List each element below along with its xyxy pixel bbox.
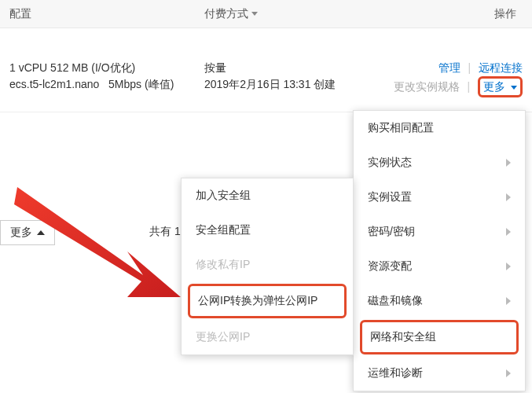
header-payment-label: 付费方式	[204, 7, 248, 21]
network-security-submenu: 加入安全组 安全组配置 修改私有IP 公网IP转换为弹性公网IP 更换公网IP	[181, 178, 354, 355]
menu-disk-image[interactable]: 磁盘和镜像	[354, 284, 525, 318]
menu-item-label: 资源变配	[368, 259, 412, 274]
chevron-right-icon	[506, 369, 511, 377]
menu-buy-same-config[interactable]: 购买相同配置	[354, 111, 525, 145]
instance-type: ecs.t5-lc2m1.nano	[9, 78, 99, 90]
more-label: 更多	[483, 80, 505, 93]
menu-item-label: 运维和诊断	[368, 366, 423, 380]
chevron-right-icon	[506, 228, 511, 236]
menu-item-label: 修改私有IP	[196, 258, 250, 272]
instance-type-line: ecs.t5-lc2m1.nano 5Mbps (峰值)	[9, 76, 204, 93]
submenu-join-security-group[interactable]: 加入安全组	[182, 178, 353, 213]
chevron-right-icon	[506, 297, 511, 305]
menu-item-label: 公网IP转换为弹性公网IP	[198, 294, 317, 307]
created-time: 2019年2月16日 13:31 创建	[204, 76, 361, 93]
chevron-right-icon	[506, 159, 511, 167]
table-header: 配置 付费方式 操作	[0, 0, 532, 28]
more-dropdown-trigger[interactable]: 更多	[478, 76, 523, 97]
chevron-down-icon	[511, 86, 517, 90]
remote-connect-link[interactable]: 远程连接	[479, 61, 523, 74]
more-dropdown-menu: 购买相同配置 实例状态 实例设置 密码/密钥 资源变配 磁盘和镜像 网络和安全组…	[353, 110, 526, 391]
menu-item-label: 安全组配置	[196, 223, 251, 237]
bill-mode: 按量	[204, 60, 361, 76]
menu-item-label: 密码/密钥	[368, 225, 415, 239]
batch-more-button[interactable]: 更多	[0, 220, 55, 245]
chevron-right-icon	[506, 193, 511, 201]
menu-resource-change[interactable]: 资源变配	[354, 249, 525, 284]
menu-item-label: 购买相同配置	[368, 121, 434, 135]
cpu-mem-text: 1 vCPU 512 MB (I/O优化)	[9, 60, 204, 76]
menu-password-key[interactable]: 密码/密钥	[354, 215, 525, 249]
divider: |	[468, 61, 471, 74]
header-operations: 操作	[361, 7, 532, 21]
config-cell: 1 vCPU 512 MB (I/O优化) ecs.t5-lc2m1.nano …	[0, 60, 204, 97]
header-payment[interactable]: 付费方式	[204, 7, 361, 21]
chevron-right-icon	[506, 263, 511, 270]
menu-item-label: 加入安全组	[196, 189, 251, 203]
menu-instance-status[interactable]: 实例状态	[354, 145, 525, 180]
menu-item-label: 磁盘和镜像	[368, 294, 423, 308]
total-count: 共有 1	[149, 225, 181, 239]
submenu-change-public-ip: 更换公网IP	[182, 320, 353, 354]
bandwidth: 5Mbps (峰值)	[108, 78, 174, 90]
chevron-up-icon	[37, 230, 45, 235]
submenu-security-group-config[interactable]: 安全组配置	[182, 213, 353, 248]
chevron-down-icon	[251, 12, 258, 16]
submenu-convert-to-eip[interactable]: 公网IP转换为弹性公网IP	[188, 284, 347, 318]
divider: |	[468, 80, 471, 93]
operations-cell: 管理 | 远程连接 更改实例规格 | 更多	[361, 60, 532, 97]
menu-item-label: 实例状态	[368, 156, 412, 170]
submenu-modify-private-ip: 修改私有IP	[182, 248, 353, 282]
menu-item-label: 更换公网IP	[196, 330, 250, 344]
manage-link[interactable]: 管理	[438, 61, 460, 74]
instance-row: 1 vCPU 512 MB (I/O优化) ecs.t5-lc2m1.nano …	[0, 28, 532, 112]
menu-instance-settings[interactable]: 实例设置	[354, 180, 525, 215]
menu-item-label: 实例设置	[368, 190, 412, 204]
payment-cell: 按量 2019年2月16日 13:31 创建	[204, 60, 361, 97]
menu-item-label: 网络和安全组	[370, 330, 436, 343]
header-config: 配置	[0, 7, 204, 21]
menu-ops-diagnostics[interactable]: 运维和诊断	[354, 356, 525, 391]
batch-more-label: 更多	[10, 226, 32, 240]
change-spec-link: 更改实例规格	[394, 80, 460, 93]
menu-network-security-group[interactable]: 网络和安全组	[360, 320, 519, 354]
